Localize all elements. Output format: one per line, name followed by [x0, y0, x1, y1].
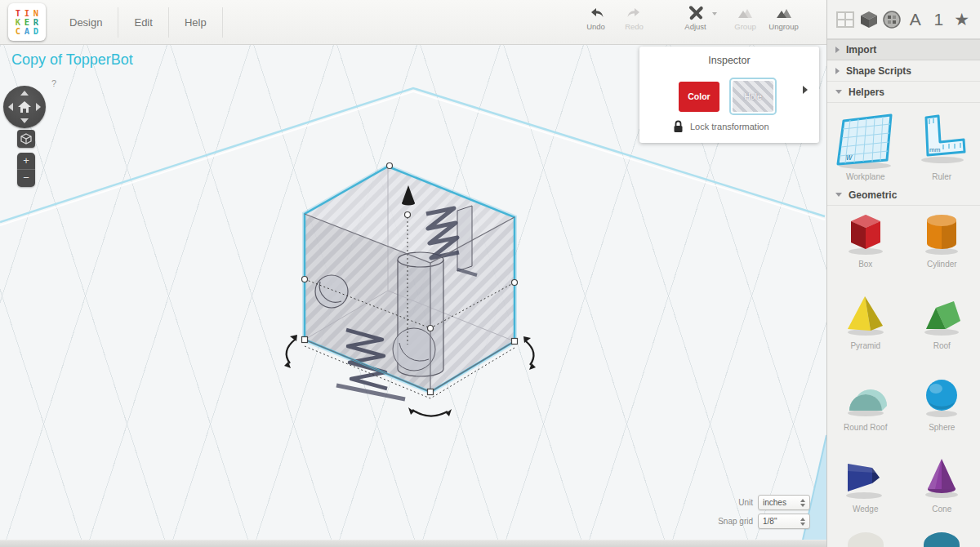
more-materials-chevron-icon[interactable]: [803, 86, 808, 94]
lock-transformation-label: Lock transformation: [690, 122, 769, 131]
redo-icon: [626, 6, 644, 20]
hole-pattern: Hole: [733, 81, 773, 112]
rotate-left-icon[interactable]: [8, 103, 13, 111]
shape-cone[interactable]: Cone: [904, 451, 980, 532]
sidebar-section-import[interactable]: Import: [827, 39, 980, 60]
unit-label: Unit: [738, 498, 753, 507]
helper-ruler[interactable]: mm Ruler: [904, 103, 980, 185]
menu-bar: Design Edit Help: [54, 7, 223, 38]
helper-label: Workplane: [846, 172, 885, 181]
partial-shape-left[interactable]: [848, 532, 884, 547]
sidebar-section-shape-scripts[interactable]: Shape Scripts: [827, 60, 980, 82]
stepper-icon: [800, 518, 805, 526]
home-view-icon[interactable]: [16, 99, 33, 115]
partial-shape-right[interactable]: [924, 532, 960, 547]
adjust-button[interactable]: Adjust: [676, 6, 715, 31]
symbols-category-icon[interactable]: ★: [951, 7, 973, 32]
workplane-grid-icon[interactable]: [835, 7, 856, 32]
helper-workplane[interactable]: w Workplane: [827, 103, 904, 185]
snap-grid-label: Snap grid: [718, 517, 753, 526]
zoom-out-button[interactable]: −: [17, 170, 35, 187]
svg-text:D: D: [33, 26, 38, 36]
orbit-cube-icon: [20, 133, 32, 145]
roof-icon: [919, 291, 964, 339]
hole-swatch-selected[interactable]: Hole: [729, 78, 777, 115]
svg-text:A: A: [24, 26, 30, 36]
svg-text:mm: mm: [929, 146, 941, 153]
ungroup-button[interactable]: Ungroup: [764, 6, 803, 31]
sidebar-section-geometric[interactable]: Geometric: [827, 185, 980, 206]
patterned-shapes-sphere-icon[interactable]: [881, 7, 902, 32]
solid-shapes-cube-icon[interactable]: [858, 7, 880, 32]
sidebar-section-helpers[interactable]: Helpers: [827, 82, 980, 103]
chevron-right-icon: [835, 47, 840, 53]
chevron-down-icon: [835, 193, 842, 197]
shape-cylinder[interactable]: Cylinder: [904, 206, 980, 287]
geometric-shapes-grid: Box Cylinder Pyramid: [827, 206, 980, 532]
hole-swatch-label: Hole: [733, 91, 773, 101]
helpers-items: w Workplane mm Ruler: [827, 103, 980, 185]
toolbar-actions: Undo Redo Adjust Group: [577, 6, 803, 31]
cylinder-part: [393, 252, 443, 376]
help-hint[interactable]: ?: [51, 78, 56, 88]
color-swatch-label: Color: [679, 91, 719, 101]
orbit-view-button[interactable]: [17, 130, 35, 148]
redo-button[interactable]: Redo: [615, 6, 653, 31]
unit-select[interactable]: inches: [758, 495, 810, 510]
menu-design[interactable]: Design: [54, 7, 118, 38]
adjust-tools-icon: [687, 6, 705, 20]
menu-edit[interactable]: Edit: [118, 7, 168, 38]
rotate-up-icon[interactable]: [20, 91, 29, 96]
tinkercad-logo[interactable]: T I N K E R C A D: [8, 3, 46, 41]
design-title[interactable]: Copy of TopperBot: [11, 51, 133, 69]
unit-setting-row: Unit inches: [738, 495, 810, 510]
shape-box[interactable]: Box: [827, 206, 904, 287]
undo-button[interactable]: Undo: [577, 6, 615, 31]
dome-part: [315, 275, 348, 308]
cone-icon: [919, 455, 964, 502]
svg-text:w: w: [846, 153, 853, 162]
viewport[interactable]: Copy of TopperBot ? + − Inspector Color …: [0, 45, 826, 547]
inspector-panel: Inspector Color Hole Lock transformation: [639, 47, 819, 143]
svg-text:C: C: [16, 26, 20, 36]
selected-model[interactable]: [284, 163, 536, 417]
group-icon: [735, 6, 756, 20]
dropdown-caret-icon: [712, 12, 717, 16]
menu-help[interactable]: Help: [169, 7, 223, 38]
snap-grid-setting-row: Snap grid 1/8": [718, 514, 810, 529]
letters-category-icon[interactable]: A: [905, 7, 926, 32]
group-button[interactable]: Group: [726, 6, 764, 31]
shape-sphere[interactable]: Sphere: [904, 369, 980, 451]
workplane-icon: w: [835, 109, 896, 170]
sphere-icon: [919, 373, 964, 420]
inspector-title: Inspector: [639, 55, 819, 66]
shapes-sidebar: A 1 ★ Import Shape Scripts Helpers: [826, 0, 980, 547]
unit-value: inches: [763, 498, 786, 507]
helper-label: Ruler: [932, 172, 951, 181]
shape-round-roof[interactable]: Round Roof: [827, 369, 904, 451]
zoom-in-button[interactable]: +: [17, 153, 35, 170]
shape-wedge[interactable]: Wedge: [827, 451, 904, 532]
color-swatch[interactable]: Color: [679, 82, 719, 112]
box-icon: [843, 210, 889, 257]
rotate-right-icon[interactable]: [36, 103, 41, 111]
sphere-part: [393, 328, 435, 371]
numbers-category-icon[interactable]: 1: [928, 7, 949, 32]
snap-grid-value: 1/8": [763, 517, 777, 526]
snap-grid-select[interactable]: 1/8": [758, 514, 810, 529]
undo-icon: [587, 6, 605, 20]
tinkercad-logo-letters: T I N K E R C A D: [12, 7, 42, 37]
shape-pyramid[interactable]: Pyramid: [827, 287, 904, 369]
zoom-control[interactable]: + −: [17, 153, 35, 187]
wedge-icon: [843, 455, 889, 502]
top-toolbar: T I N K E R C A D Design Edit Help Undo …: [0, 0, 826, 45]
bottom-edge-strip: [0, 540, 826, 547]
view-rotate-pad[interactable]: [3, 86, 46, 128]
rotate-down-icon[interactable]: [20, 118, 29, 123]
pyramid-icon: [843, 291, 889, 339]
round-roof-icon: [843, 373, 889, 420]
chevron-right-icon: [835, 68, 840, 74]
shape-roof[interactable]: Roof: [904, 287, 980, 369]
lock-transformation-toggle[interactable]: Lock transformation: [673, 120, 769, 133]
stepper-icon: [800, 499, 805, 507]
